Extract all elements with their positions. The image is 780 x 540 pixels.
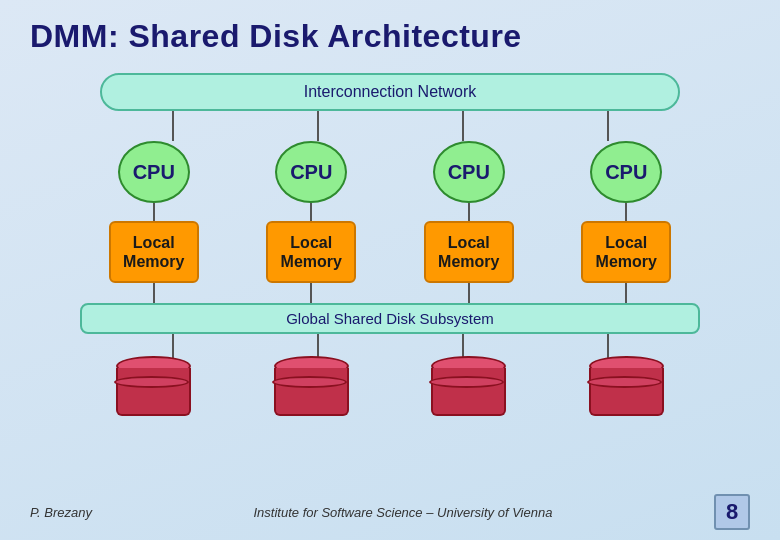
column-4: CPU Local Memory xyxy=(581,141,671,303)
memory-3: Local Memory xyxy=(424,221,514,283)
disk-2-middle xyxy=(272,376,347,388)
disk-4 xyxy=(589,356,664,416)
mem-disk-line-1 xyxy=(153,283,155,303)
memory-1: Local Memory xyxy=(109,221,199,283)
cpu-mem-line-1 xyxy=(153,203,155,221)
footer: P. Brezany Institute for Software Scienc… xyxy=(30,494,750,530)
cpu-mem-line-4 xyxy=(625,203,627,221)
column-1: CPU Local Memory xyxy=(109,141,199,303)
mem-disk-line-2 xyxy=(310,283,312,303)
line-3 xyxy=(462,111,464,141)
disk-4-middle xyxy=(587,376,662,388)
institution-name: Institute for Software Science – Univers… xyxy=(254,505,553,520)
cpu-memory-columns: CPU Local Memory CPU Local Memory CPU xyxy=(80,141,700,303)
disk-cylinders xyxy=(80,356,700,416)
cpu-3: CPU xyxy=(433,141,505,203)
cpu-1: CPU xyxy=(118,141,190,203)
disk-1-middle xyxy=(114,376,189,388)
memory-4: Local Memory xyxy=(581,221,671,283)
slide: DMM: Shared Disk Architecture Interconne… xyxy=(0,0,780,540)
line-4 xyxy=(607,111,609,141)
disk-lines xyxy=(100,334,680,352)
cpu-mem-line-2 xyxy=(310,203,312,221)
page-number: 8 xyxy=(714,494,750,530)
column-3: CPU Local Memory xyxy=(424,141,514,303)
cpu-2: CPU xyxy=(275,141,347,203)
global-disk-subsystem: Global Shared Disk Subsystem xyxy=(80,303,700,334)
line-2 xyxy=(317,111,319,141)
line-1 xyxy=(172,111,174,141)
disk-1 xyxy=(116,356,191,416)
architecture-diagram: Interconnection Network CPU Local Memory… xyxy=(30,73,750,416)
mem-disk-line-3 xyxy=(468,283,470,303)
disk-3-middle xyxy=(429,376,504,388)
network-to-cpu-lines xyxy=(100,111,680,141)
slide-title: DMM: Shared Disk Architecture xyxy=(30,18,750,55)
disk-3 xyxy=(431,356,506,416)
cpu-4: CPU xyxy=(590,141,662,203)
author-name: P. Brezany xyxy=(30,505,92,520)
interconnection-network: Interconnection Network xyxy=(100,73,680,111)
column-2: CPU Local Memory xyxy=(266,141,356,303)
cpu-mem-line-3 xyxy=(468,203,470,221)
memory-2: Local Memory xyxy=(266,221,356,283)
mem-disk-line-4 xyxy=(625,283,627,303)
disk-2 xyxy=(274,356,349,416)
